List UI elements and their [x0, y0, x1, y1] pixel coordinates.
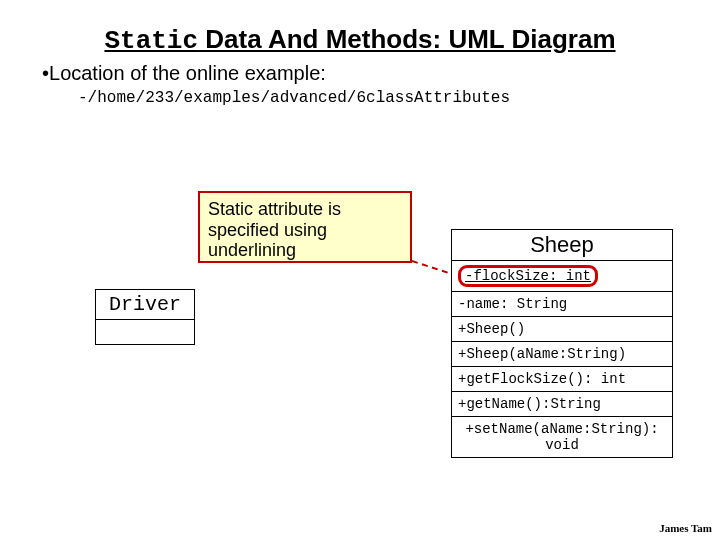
subbullet-path: -/home/233/examples/advanced/6classAttri…	[0, 85, 720, 107]
sheep-row-getname: +getName():String	[452, 392, 672, 417]
sheep-row-ctor1: +Sheep(aName:String)	[452, 342, 672, 367]
title-rest: Data And Methods: UML Diagram	[198, 24, 615, 54]
sheep-title: Sheep	[452, 230, 672, 261]
title-prefix: Static	[104, 26, 198, 56]
author-credit: James Tam	[659, 522, 712, 534]
uml-class-driver: Driver	[95, 289, 195, 345]
callout-static-attribute: Static attribute is specified using unde…	[198, 191, 412, 263]
static-attribute-highlight: -flockSize: int	[458, 265, 598, 287]
sheep-row-ctor0: +Sheep()	[452, 317, 672, 342]
uml-class-sheep: Sheep -flockSize: int -name: String +She…	[451, 229, 673, 458]
sheep-row-setname: +setName(aName:String): void	[452, 417, 672, 457]
sheep-row-name: -name: String	[452, 292, 672, 317]
sheep-row-getflocksize: +getFlockSize(): int	[452, 367, 672, 392]
bullet-location: •Location of the online example:	[0, 56, 720, 85]
driver-body	[96, 320, 194, 344]
driver-title: Driver	[96, 290, 194, 320]
sheep-row-flocksize: -flockSize: int	[452, 261, 672, 292]
slide-title: Static Data And Methods: UML Diagram	[0, 0, 720, 56]
